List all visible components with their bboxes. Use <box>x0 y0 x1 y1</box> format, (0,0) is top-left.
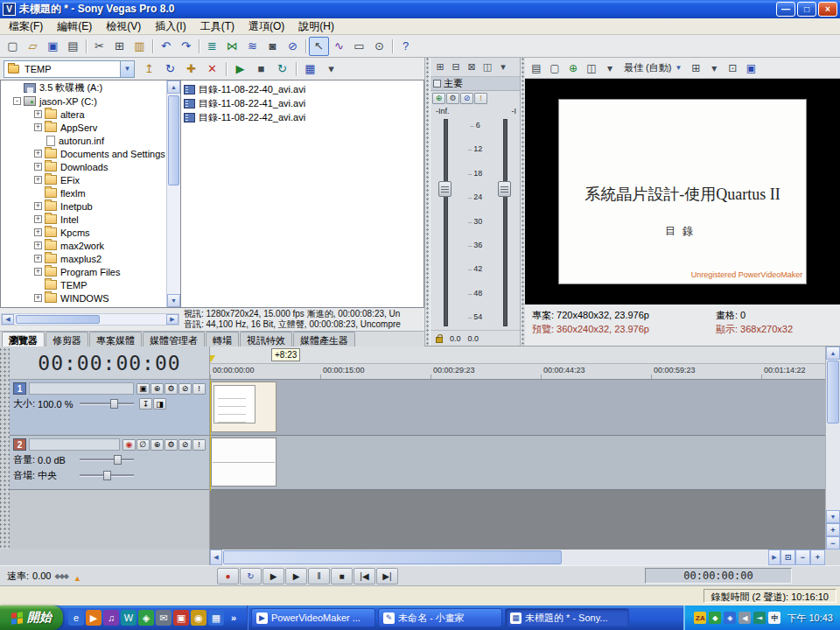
separator[interactable] <box>293 60 299 79</box>
overlays-grid-button[interactable]: ⊞ <box>687 60 704 77</box>
tree-expander[interactable]: + <box>34 150 42 158</box>
tree-vertical-scrollbar[interactable]: ▲ ▼ <box>166 80 180 307</box>
automation-settings-button[interactable]: ⚙ <box>164 383 178 395</box>
preview-quality-dropdown[interactable]: 最佳 (自動) ▼ <box>620 60 686 77</box>
tab-explorer[interactable]: 瀏覽器 <box>2 332 45 346</box>
tray-safely-remove[interactable]: ⇥ <box>753 612 766 624</box>
insert-assignable-fx-button[interactable]: ⊟ <box>448 60 464 75</box>
track-fx-button[interactable]: ⊕ <box>150 383 164 395</box>
track-mute-button[interactable]: ⊘ <box>178 439 192 451</box>
tree-expander[interactable]: + <box>34 294 42 302</box>
make-compositing-child-button[interactable]: ↧ <box>139 398 152 410</box>
track-solo-button[interactable]: ! <box>192 383 206 395</box>
quic klaunch-icon-9[interactable]: ▦ <box>208 610 224 626</box>
split-screen-view-button[interactable]: ◫ <box>583 60 600 77</box>
video-output-fx-button[interactable]: ⊕ <box>564 60 582 77</box>
tab-transitions[interactable]: 轉場 <box>206 332 239 346</box>
tree-item-altera[interactable]: + altera <box>1 108 166 121</box>
tree-expander[interactable]: + <box>34 202 42 210</box>
scroll-thumb[interactable] <box>827 360 839 424</box>
edit-cursor-head[interactable] <box>210 355 215 362</box>
zoom-in-vertical-button[interactable]: + <box>826 523 840 536</box>
task-vegas[interactable]: ▦ 未標題的 * - Sony... <box>505 608 629 627</box>
scroll-track[interactable] <box>826 360 840 510</box>
new-folder-button[interactable]: ✚ <box>181 60 201 79</box>
file-item-3[interactable]: 目錄-11-08-22-42_avi.avi <box>184 110 421 124</box>
file-item-2[interactable]: 目錄-11-08-22-41_avi.avi <box>184 96 421 110</box>
track-motion-button[interactable]: ▣ <box>136 383 150 395</box>
tray-ime[interactable]: 中 <box>768 612 780 624</box>
auto-preview-button[interactable]: ↻ <box>272 60 292 79</box>
menu-view[interactable]: 檢視(V) <box>99 18 148 36</box>
tab-media-generators[interactable]: 媒體產生器 <box>293 332 355 346</box>
paste-button[interactable]: ▥ <box>130 37 150 56</box>
rate-slider-marker[interactable]: ▲ <box>74 574 81 583</box>
tree-expander[interactable]: + <box>34 255 42 262</box>
quicklaunch-icon-4[interactable]: W <box>121 610 136 626</box>
pause-button[interactable]: ‖ <box>308 568 330 584</box>
refresh-button[interactable]: ↻ <box>160 60 180 79</box>
scroll-thumb[interactable] <box>168 95 179 186</box>
tray-zonealarm[interactable]: ZA <box>694 612 706 624</box>
quicklaunch-overflow[interactable]: » <box>226 610 242 626</box>
timeline-area[interactable]: +8:23 00:00:00:0000:00:15:0000:00:29:230… <box>210 346 825 550</box>
tab-video-fx[interactable]: 視訊特效 <box>240 332 292 346</box>
audio-event-clip[interactable] <box>211 438 276 486</box>
tab-trimmer[interactable]: 修剪器 <box>46 332 88 346</box>
tree-expander[interactable]: + <box>34 228 42 236</box>
tree-item-downloads[interactable]: + Downloads <box>1 160 166 173</box>
audio-track-lane[interactable] <box>210 436 825 490</box>
track-size-slider[interactable] <box>80 402 134 405</box>
zoom-out-vertical-button[interactable]: − <box>826 536 840 550</box>
copy-snapshot-button[interactable]: ⊡ <box>724 60 741 77</box>
track-mute-button[interactable]: ⊘ <box>178 383 192 395</box>
fader-handle-left[interactable] <box>438 181 452 197</box>
track-fx-button[interactable]: ⊕ <box>150 439 164 451</box>
fader-groove-right[interactable] <box>495 119 514 326</box>
quicklaunch-icon-3[interactable]: ♫ <box>103 610 119 626</box>
track-name-field[interactable] <box>29 382 134 395</box>
tree-item-floppy-a[interactable]: 3.5 軟碟機 (A:) <box>1 81 166 94</box>
save-snapshot-button[interactable]: ▣ <box>742 60 760 77</box>
fader-groove-left[interactable] <box>436 119 455 326</box>
split-screen-dropdown[interactable]: ▾ <box>601 60 619 77</box>
redo-button[interactable]: ↷ <box>176 37 196 56</box>
master-bus-header[interactable]: 主要 <box>430 77 520 91</box>
video-track-header[interactable]: 1 ▣⊕⚙⊘! 大小: 100.0 % ↧◨ <box>10 380 209 436</box>
quicklaunch-icon-2[interactable]: ▶ <box>86 610 102 626</box>
tree-item-jason-xp-c[interactable]: - jason-XP (C:) <box>1 94 166 108</box>
tree-expander[interactable]: + <box>34 123 42 131</box>
record-button[interactable]: ● <box>217 568 239 584</box>
tree-item-program-files[interactable]: + Program Files <box>1 265 166 278</box>
lock-fader-channels-icon[interactable] <box>436 337 443 343</box>
timeline-horizontal-scrollbar[interactable]: ◀ ▶ <box>210 550 780 565</box>
stop-preview-button[interactable]: ■ <box>251 60 271 79</box>
scroll-up-arrow[interactable]: ▲ <box>826 346 840 360</box>
undo-button[interactable]: ↶ <box>156 37 176 56</box>
tree-item-max2work[interactable]: + max2work <box>1 239 166 252</box>
views-button[interactable]: ▦ <box>300 60 320 79</box>
preview-external-monitor-button[interactable]: ▢ <box>546 60 564 77</box>
downmix-output-button[interactable]: ◫ <box>480 60 495 75</box>
menu-options[interactable]: 選項(O) <box>242 18 291 36</box>
mixer-properties-dropdown[interactable]: ▾ <box>495 60 511 75</box>
scroll-down-arrow[interactable]: ▼ <box>826 510 840 523</box>
quicklaunch-icon-8[interactable]: ◉ <box>191 610 206 626</box>
close-button[interactable]: × <box>818 2 837 17</box>
maximize-button[interactable]: □ <box>797 2 816 17</box>
master-properties-button[interactable]: ⚙ <box>446 93 459 104</box>
tray-antivirus[interactable]: ◆ <box>709 612 721 624</box>
rate-control[interactable]: 速率: 0.00 ◆◆◆ ▲ <box>0 569 210 583</box>
tree-item-efix[interactable]: + EFix <box>1 173 166 186</box>
address-combobox[interactable]: TEMP ▼ <box>4 60 135 78</box>
scroll-thumb[interactable] <box>223 550 562 564</box>
tree-item-intel[interactable]: + Intel <box>1 213 166 226</box>
master-fx-button[interactable]: ⊕ <box>432 93 445 104</box>
tree-expander[interactable]: + <box>34 215 42 223</box>
video-preview-screen[interactable]: 系統晶片設計-使用Quartus II 目錄 Unregistered Powe… <box>525 79 840 304</box>
video-event-clip[interactable] <box>211 382 276 432</box>
separator[interactable] <box>150 37 156 56</box>
scroll-track[interactable] <box>167 94 180 294</box>
arm-for-record-button[interactable]: ◉ <box>122 439 136 451</box>
separator[interactable] <box>223 60 229 79</box>
